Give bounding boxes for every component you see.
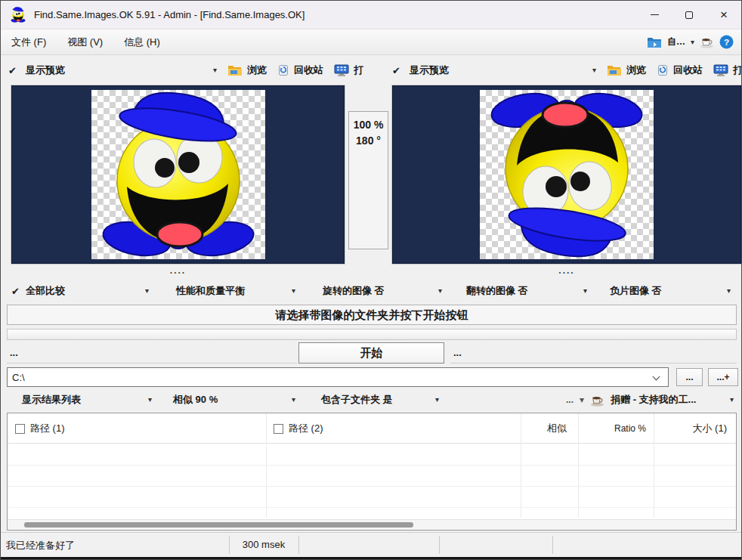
recycle-button-right[interactable]: 回收站: [657, 63, 703, 77]
column-size[interactable]: 大小 (1): [654, 413, 727, 444]
browse-path-button[interactable]: ...: [676, 368, 703, 386]
preview-pane-left: [11, 85, 345, 264]
chevron-down-icon[interactable]: ▾: [691, 39, 694, 46]
recycle-label: 回收站: [673, 63, 703, 77]
checkbox-path2[interactable]: [274, 424, 283, 434]
maximize-icon: [685, 11, 693, 19]
recycle-button-left[interactable]: 回收站: [277, 63, 323, 77]
column-ratio[interactable]: Ratio %: [574, 413, 646, 444]
browse-label: 浏览: [247, 63, 267, 77]
auto-menu-button[interactable]: 自…: [667, 36, 685, 48]
status-ready: 我已经准备好了: [6, 539, 75, 552]
negative-images-dropdown[interactable]: 负片图像 否 ▾: [604, 282, 731, 300]
browse-button-right[interactable]: 浏览: [607, 63, 646, 77]
chevron-down-icon: ▾: [730, 396, 734, 404]
menu-view[interactable]: 视图 (V): [57, 31, 113, 54]
close-icon: ×: [720, 8, 728, 21]
zoom-rotation-panel: 100 % 180 °: [348, 111, 388, 249]
chevron-down-icon: ▾: [145, 287, 149, 295]
open-button-left[interactable]: 打: [334, 63, 363, 77]
title-bar: Find.Same.Images.OK 5.91 - Admin - [Find…: [1, 1, 741, 29]
rotated-images-dropdown[interactable]: 旋转的图像 否 ▾: [317, 282, 442, 300]
donate-label: 捐赠 - 支持我的工...: [611, 393, 718, 407]
subfolders-label: 包含子文件夹 是: [321, 393, 429, 407]
preview-image-left: [91, 90, 265, 259]
folder-icon: [227, 64, 243, 76]
window-title: Find.Same.Images.OK 5.91 - Admin - [Find…: [34, 9, 305, 20]
check-icon: ✔: [8, 65, 17, 76]
row-separator: [8, 486, 736, 487]
progress-bar: [7, 329, 737, 340]
column-separator: [266, 413, 267, 518]
flipped-images-dropdown[interactable]: 翻转的图像 否 ▾: [460, 282, 587, 300]
chevron-down-icon: ▾: [435, 396, 439, 404]
row-separator: [8, 507, 736, 508]
chevron-down-icon: ▾: [580, 395, 584, 404]
column-separator: [654, 413, 654, 518]
check-icon: ✔: [11, 286, 20, 297]
status-divider: [552, 536, 553, 554]
show-results-dropdown[interactable]: 显示结果列表 ▾: [22, 391, 152, 409]
quality-dropdown[interactable]: 性能和质量平衡 ▾: [170, 282, 295, 300]
close-button[interactable]: ×: [706, 1, 741, 29]
column-path2[interactable]: 路径 (2): [274, 413, 323, 444]
menu-bar: 文件 (F) 视图 (V) 信息 (H) 自… ▾ ?: [1, 29, 741, 55]
compare-all-dropdown[interactable]: ✔ 全部比较 ▾: [11, 282, 149, 300]
coffee-icon[interactable]: [700, 36, 714, 48]
instruction-message: 请选择带图像的文件夹并按下开始按钮: [7, 305, 737, 325]
scrollbar-thumb[interactable]: [24, 522, 413, 528]
window-bottom-edge: [1, 557, 741, 560]
column-path1-label: 路径 (1): [30, 422, 65, 435]
checkbox-path1[interactable]: [15, 424, 25, 434]
flipped-label: 翻转的图像 否: [466, 284, 577, 298]
svg-text:?: ?: [724, 37, 729, 47]
preview-image-right: [480, 90, 654, 259]
selected-path-left: ...: [7, 342, 297, 364]
right-panel-toolbar: ✔ 显示预览 ▾ 浏览 回收站 打: [392, 58, 742, 82]
chevron-down-icon: ▾: [438, 287, 442, 295]
browse-button-left[interactable]: 浏览: [227, 63, 267, 77]
smiley-image: [91, 90, 265, 259]
chevron-down-icon[interactable]: ▾: [213, 67, 217, 74]
minimize-button[interactable]: [637, 1, 672, 29]
selected-path-right: ...: [450, 342, 737, 364]
help-icon[interactable]: ?: [719, 35, 734, 49]
maximize-button[interactable]: [672, 1, 706, 29]
show-preview-toggle-right[interactable]: 显示预览: [410, 63, 449, 77]
rotation-value: 180 °: [349, 133, 388, 149]
chevron-down-icon: ▾: [148, 396, 152, 404]
status-time: 300 msek: [229, 539, 298, 550]
menu-info[interactable]: 信息 (H): [113, 31, 171, 54]
open-label: 打: [733, 63, 742, 77]
minimize-icon: [651, 14, 659, 15]
donate-dropdown[interactable]: ... ▾ 捐赠 - 支持我的工... ▾: [566, 391, 734, 409]
left-panel-toolbar: ✔ 显示预览 ▾ 浏览 回收站 打: [8, 58, 363, 82]
similarity-dropdown[interactable]: 相似 90 % ▾: [173, 391, 295, 409]
start-button[interactable]: 开始: [298, 342, 444, 364]
column-path1[interactable]: 路径 (1): [15, 413, 65, 444]
path-value: C:\: [12, 372, 25, 383]
monitor-icon: [334, 64, 349, 77]
blue-folder-icon[interactable]: [647, 36, 662, 48]
path-combobox[interactable]: C:\: [7, 367, 669, 387]
chevron-down-icon[interactable]: ▾: [592, 67, 596, 74]
column-path2-label: 路径 (2): [289, 422, 323, 435]
recycle-label: 回收站: [294, 63, 323, 77]
open-label: 打: [354, 63, 363, 77]
open-button-right[interactable]: 打: [713, 63, 742, 77]
results-table[interactable]: 路径 (1) 路径 (2) 相似 Ratio % 大小 (1): [7, 413, 737, 531]
browse-label: 浏览: [626, 63, 646, 77]
menu-file[interactable]: 文件 (F): [1, 31, 57, 54]
status-divider: [439, 536, 440, 554]
column-similar[interactable]: 相似: [491, 413, 567, 444]
add-path-button[interactable]: ...+: [708, 368, 738, 386]
status-bar: 我已经准备好了 300 msek: [1, 532, 741, 557]
chevron-down-icon: ▾: [727, 287, 731, 295]
show-results-label: 显示结果列表: [22, 393, 142, 407]
subfolders-dropdown[interactable]: 包含子文件夹 是 ▾: [321, 391, 439, 409]
table-header: 路径 (1) 路径 (2) 相似 Ratio % 大小 (1): [8, 413, 736, 444]
show-preview-toggle-left[interactable]: 显示预览: [26, 63, 65, 77]
status-divider: [229, 536, 230, 554]
horizontal-scrollbar[interactable]: [8, 519, 736, 530]
more-options[interactable]: ...: [566, 394, 574, 405]
